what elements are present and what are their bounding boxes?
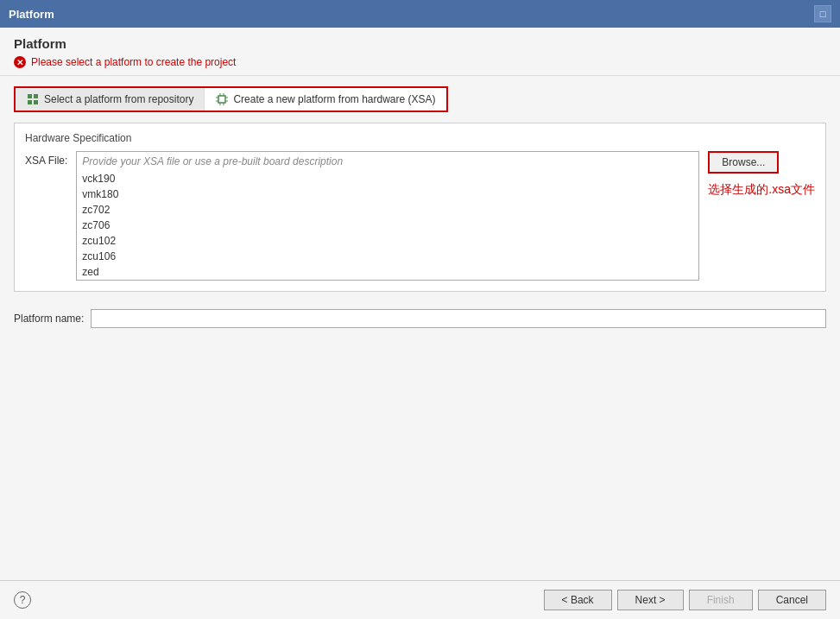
error-icon: ✕ <box>14 56 26 68</box>
dialog: Platform ✕ Please select a platform to c… <box>0 28 840 619</box>
svg-rect-4 <box>218 96 225 103</box>
cancel-button[interactable]: Cancel <box>758 590 826 610</box>
list-item[interactable]: vmk180 <box>77 186 698 202</box>
tab-repository[interactable]: Select a platform from repository <box>16 88 205 111</box>
tab-repository-label: Select a platform from repository <box>44 93 193 105</box>
xsa-listbox-wrap: Provide your XSA file or use a pre-built… <box>76 151 699 281</box>
title-bar-buttons: □ <box>814 5 831 22</box>
browse-wrap: Browse... 选择生成的.xsa文件 <box>708 151 815 198</box>
dialog-content: Select a platform from repository <box>0 76 840 580</box>
footer-left: ? <box>14 591 31 609</box>
platform-name-input[interactable] <box>91 309 826 328</box>
listbox-placeholder: Provide your XSA file or use a pre-built… <box>77 152 698 171</box>
platform-name-label: Platform name: <box>14 313 84 325</box>
maximize-button[interactable]: □ <box>814 5 831 22</box>
svg-rect-0 <box>28 94 32 98</box>
list-item[interactable]: vck190 <box>77 171 698 186</box>
list-item[interactable]: zcu102 <box>77 233 698 249</box>
dialog-title-bar-label: Platform <box>9 8 54 21</box>
svg-rect-1 <box>34 94 38 98</box>
browse-button[interactable]: Browse... <box>708 151 779 174</box>
help-icon[interactable]: ? <box>14 591 31 609</box>
list-item[interactable]: zed <box>77 264 698 280</box>
svg-rect-2 <box>28 100 32 104</box>
next-button[interactable]: Next > <box>617 590 684 610</box>
tab-hardware[interactable]: Create a new platform from hardware (XSA… <box>205 88 445 111</box>
section-label: Hardware Specification <box>25 132 815 144</box>
list-item[interactable]: zc706 <box>77 218 698 233</box>
xsa-row: XSA File: Provide your XSA file or use a… <box>25 151 815 281</box>
error-message: Please select a platform to create the p… <box>31 56 236 68</box>
chip-icon <box>215 92 229 106</box>
xsa-listbox[interactable]: Provide your XSA file or use a pre-built… <box>76 151 699 281</box>
footer-buttons: < Back Next > Finish Cancel <box>544 590 826 610</box>
spacer <box>14 338 826 570</box>
platform-name-row: Platform name: <box>14 309 826 328</box>
tabs-row: Select a platform from repository <box>14 86 448 112</box>
svg-rect-3 <box>34 100 38 104</box>
list-item[interactable]: zcu106 <box>77 249 698 264</box>
error-row: ✕ Please select a platform to create the… <box>14 56 826 68</box>
title-bar: Platform □ <box>0 0 840 28</box>
dialog-footer: ? < Back Next > Finish Cancel <box>0 580 840 619</box>
finish-button[interactable]: Finish <box>689 590 753 610</box>
back-button[interactable]: < Back <box>544 590 612 610</box>
hardware-section: Hardware Specification XSA File: Provide… <box>14 123 826 292</box>
dialog-title: Platform <box>14 36 826 51</box>
dialog-header: Platform ✕ Please select a platform to c… <box>0 28 840 76</box>
grid-icon <box>26 92 40 106</box>
annotation-text: 选择生成的.xsa文件 <box>708 182 815 198</box>
tab-hardware-label: Create a new platform from hardware (XSA… <box>233 93 435 105</box>
xsa-label: XSA File: <box>25 151 67 167</box>
list-item[interactable]: zc702 <box>77 202 698 218</box>
